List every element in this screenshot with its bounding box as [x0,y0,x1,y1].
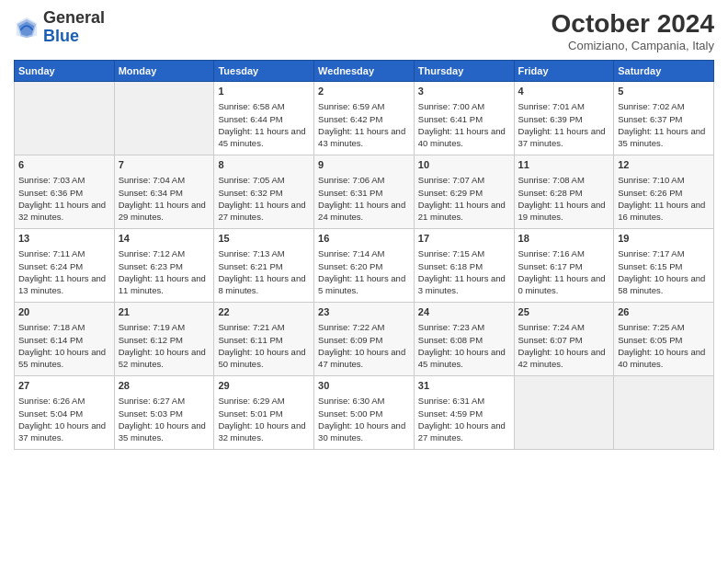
day-info-line: Sunrise: 7:05 AM [218,174,310,186]
calendar-week-row: 20Sunrise: 7:18 AMSunset: 6:14 PMDayligh… [15,303,714,376]
day-info-line: Sunrise: 7:00 AM [418,100,510,112]
day-info-line: Daylight: 11 hours and 0 minutes. [518,272,610,297]
day-info-line: Sunrise: 7:04 AM [119,174,210,186]
day-info-line: Sunset: 6:36 PM [18,187,110,199]
month-title: October 2024 [552,9,714,39]
day-info-line: Sunrise: 7:14 AM [318,247,410,259]
day-info-line: Sunrise: 7:22 AM [318,321,410,333]
day-info-line: Daylight: 11 hours and 19 minutes. [518,199,610,224]
day-info-line: Daylight: 11 hours and 3 minutes. [418,272,510,297]
day-info-line: Sunrise: 6:27 AM [119,395,210,407]
calendar-cell: 29Sunrise: 6:29 AMSunset: 5:01 PMDayligh… [214,376,314,450]
calendar-body: 1Sunrise: 6:58 AMSunset: 6:44 PMDaylight… [15,82,714,450]
calendar-cell: 1Sunrise: 6:58 AMSunset: 6:44 PMDaylight… [214,82,314,155]
day-info-line: Sunset: 5:04 PM [18,408,110,419]
day-info-line: Sunset: 6:12 PM [119,334,210,346]
day-info-line: Sunset: 6:07 PM [518,334,610,346]
calendar-cell: 18Sunrise: 7:16 AMSunset: 6:17 PMDayligh… [514,229,614,303]
day-info-line: Sunset: 6:11 PM [218,334,310,346]
logo-icon [14,15,40,40]
day-number: 30 [318,379,410,393]
day-info-line: Sunrise: 7:17 AM [618,247,710,259]
day-info-line: Daylight: 11 hours and 35 minutes. [618,125,710,150]
day-number: 27 [18,379,110,393]
calendar-cell: 21Sunrise: 7:19 AMSunset: 6:12 PMDayligh… [114,303,214,376]
title-block: October 2024 Comiziano, Campania, Italy [552,9,714,52]
day-info-line: Daylight: 11 hours and 27 minutes. [218,199,310,224]
day-info-line: Daylight: 11 hours and 16 minutes. [618,199,710,224]
day-info-line: Daylight: 10 hours and 42 minutes. [518,346,610,371]
calendar-cell: 14Sunrise: 7:12 AMSunset: 6:23 PMDayligh… [114,229,214,303]
day-info-line: Sunrise: 7:07 AM [418,174,510,186]
day-number: 6 [18,158,110,172]
day-info-line: Sunset: 6:32 PM [218,187,310,199]
day-info-line: Sunset: 6:23 PM [119,260,210,272]
day-info-line: Sunrise: 7:03 AM [18,174,110,186]
calendar-page: General Blue October 2024 Comiziano, Cam… [0,0,728,563]
day-number: 15 [218,232,310,246]
calendar-cell: 30Sunrise: 6:30 AMSunset: 5:00 PMDayligh… [314,376,415,450]
day-info-line: Sunset: 6:15 PM [618,260,710,272]
logo-general: General [43,8,105,27]
calendar-cell: 7Sunrise: 7:04 AMSunset: 6:34 PMDaylight… [114,155,214,229]
day-info-line: Sunset: 6:39 PM [518,113,610,125]
day-info-line: Sunrise: 6:26 AM [18,395,110,407]
calendar-cell: 4Sunrise: 7:01 AMSunset: 6:39 PMDaylight… [514,82,614,155]
calendar-cell: 28Sunrise: 6:27 AMSunset: 5:03 PMDayligh… [114,376,214,450]
day-info-line: Daylight: 11 hours and 43 minutes. [318,125,410,150]
calendar-cell: 15Sunrise: 7:13 AMSunset: 6:21 PMDayligh… [214,229,314,303]
day-number: 8 [218,158,310,172]
day-info-line: Sunrise: 7:10 AM [618,174,710,186]
day-info-line: Sunset: 5:03 PM [119,408,210,419]
day-number: 18 [518,232,610,246]
day-info-line: Sunrise: 7:25 AM [618,321,710,333]
day-info-line: Daylight: 10 hours and 55 minutes. [18,346,110,371]
day-number: 5 [618,85,710,98]
weekday-header: Monday [114,61,214,82]
calendar-cell: 11Sunrise: 7:08 AMSunset: 6:28 PMDayligh… [514,155,614,229]
day-number: 7 [119,158,210,172]
day-info-line: Sunset: 6:28 PM [518,187,610,199]
day-info-line: Sunset: 6:24 PM [18,260,110,272]
day-number: 29 [218,379,310,393]
day-info-line: Sunrise: 7:11 AM [18,247,110,259]
calendar-cell: 17Sunrise: 7:15 AMSunset: 6:18 PMDayligh… [414,229,514,303]
day-number: 25 [518,305,610,319]
day-number: 9 [318,158,410,172]
calendar-week-row: 27Sunrise: 6:26 AMSunset: 5:04 PMDayligh… [15,376,714,450]
calendar-cell: 31Sunrise: 6:31 AMSunset: 4:59 PMDayligh… [414,376,514,450]
day-info-line: Daylight: 11 hours and 45 minutes. [218,125,310,150]
day-info-line: Sunset: 6:17 PM [518,260,610,272]
day-info-line: Daylight: 10 hours and 52 minutes. [119,346,210,371]
day-number: 26 [618,305,710,319]
day-info-line: Sunrise: 7:12 AM [119,247,210,259]
day-info-line: Sunset: 6:37 PM [618,113,710,125]
day-info-line: Sunrise: 7:06 AM [318,174,410,186]
calendar-cell: 25Sunrise: 7:24 AMSunset: 6:07 PMDayligh… [514,303,614,376]
day-info-line: Sunrise: 7:08 AM [518,174,610,186]
day-info-line: Sunset: 4:59 PM [418,408,510,419]
calendar-cell: 26Sunrise: 7:25 AMSunset: 6:05 PMDayligh… [614,303,714,376]
day-info-line: Daylight: 11 hours and 21 minutes. [418,199,510,224]
day-info-line: Sunrise: 7:16 AM [518,247,610,259]
day-info-line: Daylight: 10 hours and 47 minutes. [318,346,410,371]
weekday-header: Wednesday [314,61,415,82]
day-number: 21 [119,305,210,319]
calendar-cell: 27Sunrise: 6:26 AMSunset: 5:04 PMDayligh… [15,376,115,450]
day-info-line: Sunset: 6:29 PM [418,187,510,199]
day-number: 2 [318,85,410,98]
day-number: 22 [218,305,310,319]
calendar-cell: 2Sunrise: 6:59 AMSunset: 6:42 PMDaylight… [314,82,415,155]
calendar-cell: 5Sunrise: 7:02 AMSunset: 6:37 PMDaylight… [614,82,714,155]
day-info-line: Sunrise: 7:18 AM [18,321,110,333]
calendar-cell [15,82,115,155]
day-info-line: Daylight: 11 hours and 13 minutes. [18,272,110,297]
weekday-header: Thursday [414,61,514,82]
day-info-line: Daylight: 11 hours and 37 minutes. [518,125,610,150]
calendar-cell: 24Sunrise: 7:23 AMSunset: 6:08 PMDayligh… [414,303,514,376]
day-info-line: Sunrise: 7:19 AM [119,321,210,333]
calendar-cell [614,376,714,450]
day-info-line: Sunset: 6:08 PM [418,334,510,346]
day-info-line: Sunset: 5:00 PM [318,408,410,419]
day-number: 19 [618,232,710,246]
